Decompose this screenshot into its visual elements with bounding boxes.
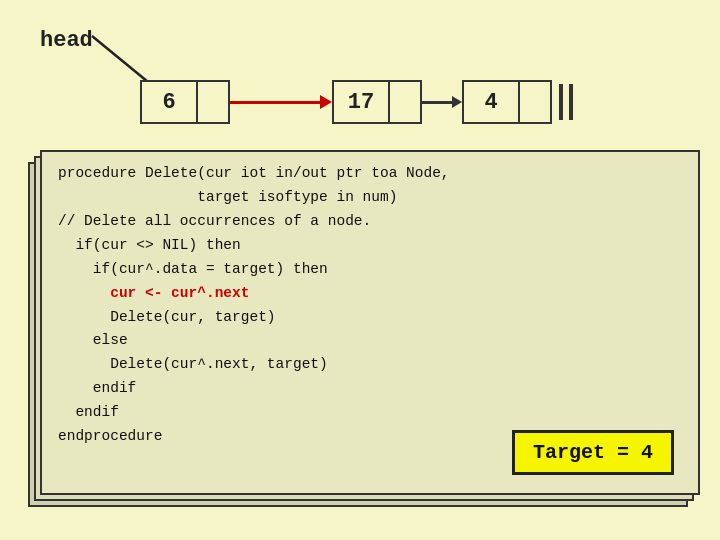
code-line3: // Delete all occurrences of a node. — [58, 213, 371, 229]
node-4-pointer — [520, 80, 550, 124]
code-line2: target isoftype in num) — [58, 189, 397, 205]
target-badge: Target = 4 — [512, 430, 674, 475]
code-line12: endprocedure — [58, 428, 162, 444]
code-line9: Delete(cur^.next, target) — [58, 356, 328, 372]
code-panel: procedure Delete(cur iot in/out ptr toa … — [40, 150, 700, 495]
node-4-value: 4 — [464, 80, 520, 124]
red-arrowhead — [320, 95, 332, 109]
node-6-pointer — [198, 80, 228, 124]
code-line4: if(cur <> NIL) then — [58, 237, 241, 253]
arrow-17-4 — [422, 96, 462, 108]
node-17-pointer — [390, 80, 420, 124]
black-line — [422, 101, 452, 104]
code-line8: else — [58, 332, 128, 348]
code-block: procedure Delete(cur iot in/out ptr toa … — [58, 162, 682, 449]
red-line — [230, 101, 320, 104]
node-4: 4 — [462, 80, 552, 124]
code-line11: endif — [58, 404, 119, 420]
code-line10: endif — [58, 380, 136, 396]
linked-list: 6 17 4 — [140, 80, 576, 124]
end-marker — [556, 80, 576, 124]
code-line6-red: cur <- cur^.next — [58, 285, 249, 301]
node-17-value: 17 — [334, 80, 390, 124]
code-line1: procedure Delete(cur iot in/out ptr toa … — [58, 165, 450, 181]
node-6: 6 — [140, 80, 230, 124]
code-line5: if(cur^.data = target) then — [58, 261, 328, 277]
node-6-value: 6 — [142, 80, 198, 124]
code-line7: Delete(cur, target) — [58, 309, 276, 325]
node-17: 17 — [332, 80, 422, 124]
black-arrowhead — [452, 96, 462, 108]
arrow-6-17 — [230, 95, 332, 109]
